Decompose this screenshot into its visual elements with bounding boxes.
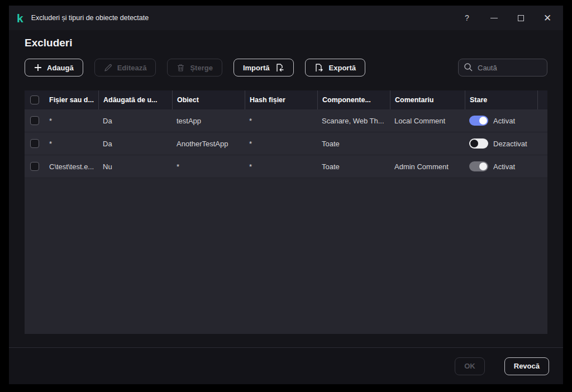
- table-row[interactable]: * Da testApp * Scanare, Web Th... Local …: [25, 109, 547, 132]
- cell-components: Toate: [317, 162, 390, 171]
- add-button[interactable]: Adaugă: [25, 59, 83, 77]
- cell-components: Scanare, Web Th...: [317, 117, 390, 125]
- state-toggle[interactable]: [469, 161, 488, 171]
- footer: OK Revocă: [9, 347, 563, 384]
- cancel-button[interactable]: Revocă: [504, 357, 549, 375]
- state-label: Activat: [493, 162, 515, 171]
- help-icon: ?: [465, 13, 469, 22]
- table-row[interactable]: * Da AnotherTestApp * Toate Dezactivat: [25, 132, 547, 155]
- exclusions-table: Fișier sau d... Adăugată de u... Obiect …: [25, 90, 547, 334]
- import-button[interactable]: Importă: [233, 59, 294, 77]
- page-title: Excluderi: [25, 37, 547, 49]
- cell-file: *: [45, 140, 98, 148]
- help-button[interactable]: ?: [458, 9, 476, 27]
- cell-object: testApp: [172, 117, 245, 125]
- column-header-components[interactable]: Componente...: [317, 90, 390, 109]
- cell-comment: Local Comment: [390, 117, 465, 125]
- toolbar: Adaugă Editează Șterge Importă Exportă: [25, 59, 547, 77]
- row-checkbox[interactable]: [30, 162, 39, 171]
- dialog-window: k Excluderi și tipuri de obiecte detecta…: [9, 6, 563, 384]
- pencil-icon: [104, 64, 112, 72]
- row-checkbox[interactable]: [30, 116, 39, 125]
- column-header-filler: [537, 90, 547, 109]
- minimize-icon: [490, 18, 498, 18]
- titlebar: k Excluderi și tipuri de obiecte detecta…: [9, 6, 563, 30]
- maximize-icon: [518, 15, 524, 21]
- cell-object: *: [172, 162, 245, 171]
- cell-comment: Admin Comment: [390, 162, 465, 171]
- maximize-button[interactable]: [512, 9, 530, 27]
- edit-button[interactable]: Editează: [94, 59, 156, 77]
- search-icon: [464, 63, 473, 72]
- state-label: Dezactivat: [493, 140, 527, 148]
- export-icon: [314, 63, 324, 73]
- close-button[interactable]: ✕: [538, 9, 556, 27]
- cell-added-by: Nu: [98, 162, 172, 171]
- column-header-state[interactable]: Stare: [465, 90, 537, 109]
- cell-added-by: Da: [98, 140, 172, 148]
- table-row[interactable]: C\test\test.e... Nu * * Toate Admin Comm…: [25, 155, 547, 178]
- row-checkbox[interactable]: [30, 139, 39, 148]
- column-header-added-by[interactable]: Adăugată de u...: [98, 90, 172, 109]
- cell-object: AnotherTestApp: [172, 140, 245, 148]
- search-box: [458, 59, 547, 77]
- close-icon: ✕: [544, 13, 551, 23]
- main-content: Excluderi Adaugă Editează Șterge Importă…: [9, 30, 563, 347]
- column-header-comment[interactable]: Comentariu: [390, 90, 465, 109]
- select-all-checkbox[interactable]: [30, 95, 39, 104]
- cell-file: *: [45, 117, 98, 125]
- column-header-object[interactable]: Obiect: [172, 90, 245, 109]
- kaspersky-logo-icon: k: [17, 12, 23, 24]
- import-icon: [275, 63, 284, 73]
- cell-hash: *: [245, 117, 317, 125]
- cell-hash: *: [245, 140, 317, 148]
- cell-components: Toate: [317, 140, 390, 148]
- state-toggle[interactable]: [469, 116, 488, 126]
- minimize-button[interactable]: [485, 9, 503, 27]
- trash-icon: [177, 64, 185, 72]
- table-header: Fișier sau d... Adăugată de u... Obiect …: [25, 90, 547, 109]
- state-toggle[interactable]: [469, 138, 488, 149]
- column-header-file[interactable]: Fișier sau d...: [45, 90, 98, 109]
- plus-icon: [34, 64, 42, 71]
- export-button[interactable]: Exportă: [305, 59, 365, 77]
- ok-button[interactable]: OK: [455, 357, 485, 375]
- table-empty-area: [25, 178, 547, 334]
- window-title: Excluderi și tipuri de obiecte detectate: [31, 14, 149, 22]
- state-label: Activat: [493, 117, 515, 125]
- cell-hash: *: [245, 162, 317, 171]
- cell-file: C\test\test.e...: [45, 162, 98, 171]
- column-header-hash[interactable]: Hash fișier: [245, 90, 317, 109]
- delete-button[interactable]: Șterge: [167, 59, 222, 77]
- cell-added-by: Da: [98, 117, 172, 125]
